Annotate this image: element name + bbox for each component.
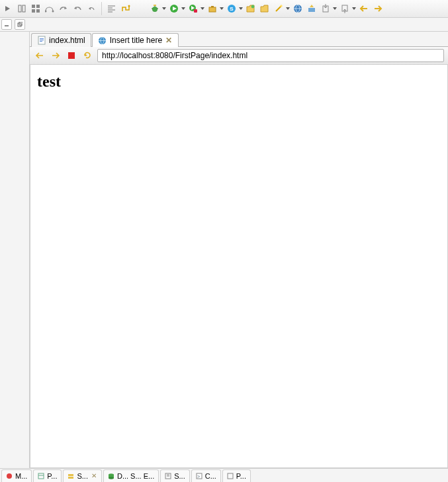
forward-arrow-icon[interactable] xyxy=(371,2,384,15)
svg-point-13 xyxy=(152,7,157,12)
boxes-icon[interactable] xyxy=(29,2,42,15)
align-left-icon[interactable] xyxy=(105,2,118,15)
import-icon xyxy=(319,2,332,15)
undo-small-icon[interactable] xyxy=(85,2,98,15)
stop-icon[interactable] xyxy=(66,50,77,61)
page-heading: test xyxy=(37,73,441,91)
skype-icon: S xyxy=(225,2,238,15)
view-servers[interactable]: S... ✕ xyxy=(63,469,102,482)
wand-icon xyxy=(272,2,285,15)
play-icon xyxy=(167,2,181,15)
run-button[interactable] xyxy=(167,2,186,15)
svg-point-6 xyxy=(45,11,47,13)
route-icon[interactable] xyxy=(119,2,132,15)
svg-rect-3 xyxy=(36,5,40,8)
svg-rect-1 xyxy=(22,5,25,12)
restore-icon[interactable] xyxy=(15,19,25,30)
marker-icon xyxy=(6,473,13,479)
close-icon[interactable]: ✕ xyxy=(165,36,173,44)
undo-stack-icon[interactable] xyxy=(71,2,84,15)
svg-rect-40 xyxy=(68,52,75,59)
back-arrow-icon[interactable] xyxy=(357,2,371,15)
globe-icon xyxy=(98,36,107,45)
toolbar-separator xyxy=(101,2,102,15)
browser-navbar: http://localhost:8080/FirstPage/index.ht… xyxy=(30,47,448,65)
view-label: M... xyxy=(15,472,27,480)
close-icon[interactable]: ✕ xyxy=(91,473,97,479)
import-button[interactable] xyxy=(319,2,337,15)
svg-rect-54 xyxy=(228,473,233,479)
nav-back-icon[interactable] xyxy=(34,50,46,61)
svg-rect-5 xyxy=(36,9,40,13)
svg-rect-38 xyxy=(40,41,42,42)
editor-tabs: index.html Insert title here ✕ xyxy=(30,32,448,47)
view-extra[interactable]: P... xyxy=(222,469,251,482)
arrow-right-icon[interactable] xyxy=(1,2,15,15)
svg-text:S: S xyxy=(230,6,234,12)
view-snippets[interactable]: S... xyxy=(160,469,190,482)
wand-button[interactable] xyxy=(272,2,291,15)
refresh-icon[interactable] xyxy=(81,50,93,61)
tab-index-html[interactable]: index.html xyxy=(31,33,91,47)
chevron-down-icon xyxy=(200,2,205,15)
view-markers[interactable]: M... xyxy=(1,469,32,482)
editor-area: index.html Insert title here ✕ xyxy=(30,32,448,468)
view-controls xyxy=(0,18,448,32)
chevron-down-icon xyxy=(181,2,186,15)
globe-icon[interactable] xyxy=(291,2,304,15)
toolbox-icon xyxy=(206,2,219,15)
tab-browser-preview[interactable]: Insert title here ✕ xyxy=(92,33,179,47)
browser-viewport: test xyxy=(30,65,448,468)
deploy-icon[interactable] xyxy=(305,2,318,15)
svg-point-27 xyxy=(280,5,282,7)
view-label: P... xyxy=(47,472,57,480)
export-icon xyxy=(338,2,351,15)
view-console[interactable]: > C... xyxy=(191,469,221,482)
svg-point-12 xyxy=(128,5,130,7)
tab-label: Insert title here xyxy=(110,36,162,45)
address-bar[interactable]: http://localhost:8080/FirstPage/index.ht… xyxy=(97,49,444,62)
minimize-icon[interactable] xyxy=(1,19,12,30)
chevron-down-icon xyxy=(238,2,244,15)
skype-button[interactable]: S xyxy=(225,2,244,15)
chevron-down-icon xyxy=(285,2,291,15)
svg-rect-17 xyxy=(154,5,156,6)
svg-rect-0 xyxy=(19,5,21,12)
file-html-icon xyxy=(37,36,46,45)
nav-forward-icon[interactable] xyxy=(50,50,62,61)
svg-rect-21 xyxy=(209,7,216,12)
view-label: C... xyxy=(205,472,216,480)
debug-button[interactable] xyxy=(148,2,167,15)
new-project-icon[interactable] xyxy=(244,2,257,15)
panel-icon xyxy=(227,473,234,479)
run-on-server-button[interactable] xyxy=(187,2,205,15)
view-data-source-explorer[interactable]: D... S... E... xyxy=(103,469,159,482)
svg-point-41 xyxy=(7,473,12,479)
svg-rect-45 xyxy=(68,477,73,479)
run-server-icon xyxy=(187,2,200,15)
url-text: http://localhost:8080/FirstPage/index.ht… xyxy=(102,51,247,60)
external-tools-button[interactable] xyxy=(206,2,224,15)
svg-rect-22 xyxy=(211,6,214,7)
svg-point-48 xyxy=(109,477,114,479)
svg-rect-20 xyxy=(194,9,197,13)
main-toolbar: S xyxy=(0,0,448,18)
columns-icon[interactable] xyxy=(15,2,28,15)
view-label: S... xyxy=(77,472,88,480)
svg-rect-42 xyxy=(38,473,44,479)
view-label: D... S... E... xyxy=(117,472,154,480)
view-properties[interactable]: P... xyxy=(33,469,62,482)
svg-rect-4 xyxy=(32,9,35,13)
svg-rect-2 xyxy=(32,5,35,8)
export-button[interactable] xyxy=(338,2,357,15)
svg-rect-36 xyxy=(40,38,44,39)
chevron-down-icon xyxy=(161,2,167,15)
main-area: index.html Insert title here ✕ xyxy=(0,32,448,468)
database-icon xyxy=(108,473,114,479)
flow-icon[interactable] xyxy=(43,2,56,15)
svg-text:>: > xyxy=(197,474,200,479)
chevron-down-icon xyxy=(219,2,224,15)
redo-icon[interactable] xyxy=(57,2,70,15)
svg-rect-29 xyxy=(308,8,315,12)
open-folder-icon[interactable] xyxy=(258,2,271,15)
